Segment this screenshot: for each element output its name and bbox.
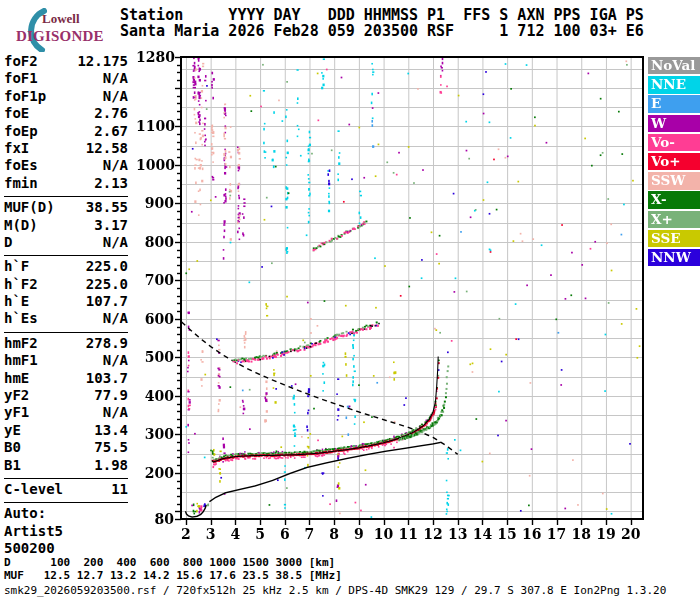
- param-row: foF1pN/A: [4, 88, 128, 105]
- param-label: yE: [4, 422, 21, 439]
- param-label: foF2: [4, 53, 38, 70]
- logo-digisonde-text: DIGISONDE: [16, 28, 104, 45]
- param-value: N/A: [103, 352, 128, 369]
- param-row: hmF1N/A: [4, 352, 128, 369]
- y-tick-label: 400: [136, 388, 174, 404]
- x-tick-label: 12: [420, 526, 446, 542]
- x-tick-label: 15: [494, 526, 520, 542]
- param-row: B11.98: [4, 457, 128, 474]
- legend-item-nnw: NNW: [648, 249, 700, 266]
- panel-divider: [4, 251, 128, 256]
- param-row: hmE103.7: [4, 370, 128, 387]
- x-tick-label: 8: [321, 526, 347, 542]
- param-value: N/A: [103, 70, 128, 87]
- x-tick-label: 13: [445, 526, 471, 542]
- legend-item-sse: SSE: [648, 230, 700, 247]
- x-tick-label: 7: [296, 526, 322, 542]
- param-label: foEs: [4, 157, 38, 174]
- param-row: yF277.9: [4, 387, 128, 404]
- param-label: B0: [4, 439, 21, 456]
- param-row: fmin2.13: [4, 175, 128, 192]
- autoscaling-line: Artist5: [4, 523, 128, 540]
- param-value: N/A: [103, 310, 128, 327]
- muf-row: MUF 12.5 12.7 13.2 14.2 15.6 17.6 23.5 3…: [4, 569, 342, 582]
- param-value: N/A: [103, 234, 128, 251]
- x-tick-label: 4: [222, 526, 248, 542]
- param-value: 2.76: [94, 105, 128, 122]
- legend-item-noval: NoVal: [648, 57, 700, 74]
- param-row: h`EsN/A: [4, 310, 128, 327]
- legend-item-ssw: SSW: [648, 172, 700, 189]
- param-row: C-level11: [4, 481, 128, 498]
- param-value: 77.9: [94, 387, 128, 404]
- param-row: foE2.76: [4, 105, 128, 122]
- param-value: 2.67: [94, 123, 128, 140]
- header-block: Station YYYY DAY DDD HHMMSS P1 FFS S AXN…: [120, 7, 644, 39]
- param-row: B075.5: [4, 439, 128, 456]
- x-tick-label: 20: [618, 526, 644, 542]
- param-label: D: [4, 234, 12, 251]
- legend-item-x: X-: [648, 191, 700, 208]
- digisonde-logo: Lowell DIGISONDE: [6, 8, 116, 48]
- param-label: hmF1: [4, 352, 38, 369]
- legend-item-vo: Vo-: [648, 134, 700, 151]
- param-label: foE: [4, 105, 29, 122]
- header-line2: Santa Maria 2026 Feb28 059 203500 RSF 1 …: [120, 23, 644, 39]
- param-row: h`F2225.0: [4, 276, 128, 293]
- param-row: yF1N/A: [4, 404, 128, 421]
- y-tick-label: 1000: [136, 157, 174, 173]
- param-value: 12.175: [77, 53, 128, 70]
- param-value: 13.4: [94, 422, 128, 439]
- x-tick-label: 9: [346, 526, 372, 542]
- param-value: 103.7: [86, 370, 128, 387]
- param-value: 11: [111, 481, 128, 498]
- param-row: M(D)3.17: [4, 217, 128, 234]
- panel-divider: [4, 192, 128, 197]
- header-line1: Station YYYY DAY DDD HHMMSS P1 FFS S AXN…: [120, 7, 644, 23]
- y-tick-label: 500: [136, 349, 174, 365]
- legend-item-nne: NNE: [648, 76, 700, 93]
- x-tick-label: 16: [519, 526, 545, 542]
- param-row: hmF2278.9: [4, 335, 128, 352]
- parameter-panel: foF212.175foF1N/AfoF1pN/AfoE2.76foEp2.67…: [4, 53, 128, 558]
- param-value: N/A: [103, 404, 128, 421]
- x-tick-label: 2: [173, 526, 199, 542]
- param-label: hmE: [4, 370, 29, 387]
- footer-file-info: smk29_2026059203500.rsf / 720fx512h 25 k…: [4, 584, 666, 597]
- ionogram-screen: Lowell DIGISONDE Station YYYY DAY DDD HH…: [0, 0, 700, 600]
- param-value: 225.0: [86, 276, 128, 293]
- param-label: h`E: [4, 293, 29, 310]
- param-value: 75.5: [94, 439, 128, 456]
- x-tick-label: 3: [198, 526, 224, 542]
- param-label: yF2: [4, 387, 29, 404]
- param-value: N/A: [103, 88, 128, 105]
- y-tick-label: 900: [136, 195, 174, 211]
- x-tick-label: 6: [272, 526, 298, 542]
- legend-item-x: X+: [648, 211, 700, 228]
- autoscaling-line: Auto:: [4, 505, 128, 522]
- param-value: 12.58: [86, 140, 128, 157]
- x-tick-label: 5: [247, 526, 273, 542]
- panel-divider: [4, 474, 128, 479]
- param-label: B1: [4, 457, 21, 474]
- x-tick-label: 10: [371, 526, 397, 542]
- param-label: M(D): [4, 217, 38, 234]
- param-value: 3.17: [94, 217, 128, 234]
- param-row: DN/A: [4, 234, 128, 251]
- param-row: yE13.4: [4, 422, 128, 439]
- x-tick-label: 11: [395, 526, 421, 542]
- panel-divider: [4, 328, 128, 333]
- param-row: foF212.175: [4, 53, 128, 70]
- param-value: 225.0: [86, 258, 128, 275]
- param-label: h`Es: [4, 310, 38, 327]
- param-label: fxI: [4, 140, 29, 157]
- y-tick-label: 700: [136, 272, 174, 288]
- param-value: 38.55: [86, 199, 128, 216]
- autoscaling-line: 500200: [4, 540, 128, 557]
- y-tick-label: 1100: [136, 118, 174, 134]
- x-tick-label: 19: [593, 526, 619, 542]
- y-tick-label: 300: [136, 426, 174, 442]
- y-tick-label: 80: [136, 511, 174, 527]
- param-label: foF1p: [4, 88, 46, 105]
- y-tick-label: 200: [136, 465, 174, 481]
